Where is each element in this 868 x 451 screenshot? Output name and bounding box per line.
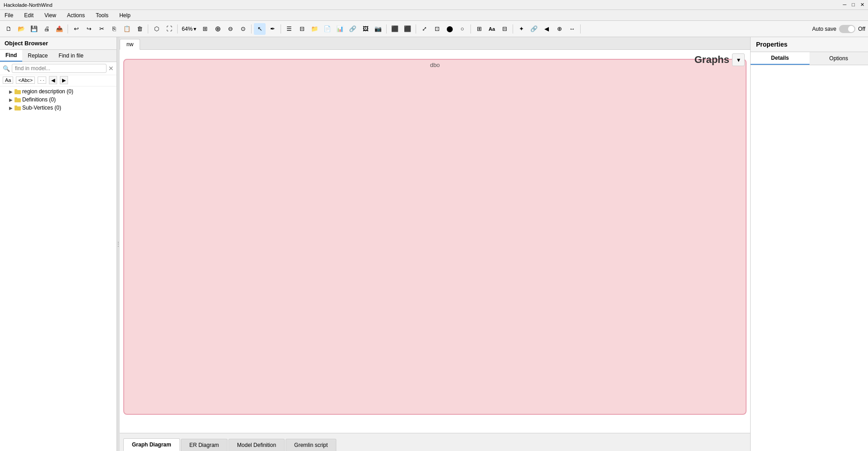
search-opt-aa[interactable]: Aa bbox=[3, 77, 13, 84]
folder-btn[interactable]: 📁 bbox=[309, 23, 320, 35]
graph-btn[interactable]: 📊 bbox=[334, 23, 346, 35]
tree-item-label: region description (0) bbox=[22, 88, 73, 95]
grid-btn[interactable]: ⊟ bbox=[499, 23, 510, 35]
copy-btn[interactable]: ⎘ bbox=[108, 23, 120, 35]
align-r-btn[interactable]: ⬛ bbox=[402, 23, 413, 35]
title-text: Hackolade-NorthWind bbox=[4, 2, 53, 8]
undo-btn[interactable]: ↩ bbox=[70, 23, 82, 35]
arrow-l-btn[interactable]: ◀ bbox=[541, 23, 553, 35]
center-panel: nw Graphs ▾ dbo Graph Diagram ER Diagra bbox=[120, 37, 750, 451]
menu-file[interactable]: File bbox=[2, 11, 16, 19]
new-btn[interactable]: 🗋 bbox=[3, 23, 15, 35]
close-btn[interactable]: ✕ bbox=[860, 2, 864, 8]
font-btn[interactable]: Aa bbox=[486, 23, 498, 35]
search-opt-abc[interactable]: <Abc> bbox=[16, 77, 35, 84]
arrow-r-btn[interactable]: ⊕ bbox=[553, 23, 565, 35]
bottom-tab-gremlin-script[interactable]: Gremlin script bbox=[286, 439, 336, 451]
doc-tab-nw[interactable]: nw bbox=[120, 39, 140, 50]
menu-help[interactable]: Help bbox=[116, 11, 133, 19]
tree-item[interactable]: ▶region description (0) bbox=[0, 87, 116, 96]
right-tab-options[interactable]: Options bbox=[810, 52, 868, 65]
zoom-level[interactable]: 64% ▾ bbox=[180, 26, 198, 32]
graphs-header: Graphs ▾ bbox=[694, 53, 745, 66]
search-prev-btn[interactable]: ◀ bbox=[49, 76, 57, 84]
search-icon: 🔍 bbox=[3, 65, 10, 72]
tree-expander[interactable]: ▶ bbox=[8, 105, 14, 110]
tree-item[interactable]: ▶Sub-Vertices (0) bbox=[0, 104, 116, 112]
svg-rect-0 bbox=[15, 90, 21, 94]
bottom-tab-er-diagram[interactable]: ER Diagram bbox=[181, 439, 228, 451]
dbo-label: dbo bbox=[430, 62, 440, 68]
panel-btn[interactable]: ⊡ bbox=[431, 23, 443, 35]
separator-4 bbox=[251, 24, 252, 34]
cut-btn[interactable]: ✂ bbox=[96, 23, 107, 35]
autosave-area: Auto save Off bbox=[812, 25, 865, 33]
link-btn[interactable]: 🔗 bbox=[528, 23, 540, 35]
tabs-bar: Find Replace Find in file bbox=[0, 50, 116, 62]
maximize-btn[interactable]: □ bbox=[852, 2, 855, 8]
zoom-fit-btn[interactable]: ⊞ bbox=[199, 23, 211, 35]
save-btn[interactable]: 💾 bbox=[28, 23, 40, 35]
bottom-tab-model-definition[interactable]: Model Definition bbox=[228, 439, 285, 451]
pen-btn[interactable]: ✒ bbox=[267, 23, 278, 35]
print-btn[interactable]: 🖨 bbox=[41, 23, 53, 35]
zoom-in-btn[interactable]: ⊕ bbox=[212, 23, 223, 35]
chain-btn[interactable]: 🔗 bbox=[347, 23, 359, 35]
properties-list bbox=[751, 65, 868, 451]
toolbar: 🗋 📂 💾 🖨 📤 ↩ ↪ ✂ ⎘ 📋 🗑 ⬡ ⛶ 64% ▾ ⊞ ⊕ ⊖ ⊙ … bbox=[0, 21, 868, 37]
graphs-dropdown-btn[interactable]: ▾ bbox=[732, 53, 745, 66]
paste-btn[interactable]: 📋 bbox=[121, 23, 133, 35]
tab-replace[interactable]: Replace bbox=[22, 50, 53, 62]
share-btn[interactable]: ⊞ bbox=[473, 23, 485, 35]
open-btn[interactable]: 📂 bbox=[15, 23, 27, 35]
forward-btn[interactable]: ⬡ bbox=[150, 23, 162, 35]
tree-item-icon bbox=[14, 88, 21, 95]
autosave-label: Auto save bbox=[812, 26, 836, 32]
tree-expander[interactable]: ▶ bbox=[8, 89, 14, 94]
image-btn[interactable]: 🖼 bbox=[359, 23, 371, 35]
search-clear-btn[interactable]: ✕ bbox=[108, 65, 114, 72]
search-next-btn[interactable]: ▶ bbox=[60, 76, 68, 84]
object-browser-header: Object Browser bbox=[0, 37, 116, 50]
star-btn[interactable]: ✦ bbox=[515, 23, 527, 35]
circle-btn[interactable]: ⬤ bbox=[444, 23, 456, 35]
menu-tools[interactable]: Tools bbox=[93, 11, 111, 19]
tree-item[interactable]: ▶Definitions (0) bbox=[0, 96, 116, 104]
separator-1 bbox=[68, 24, 68, 34]
tab-find[interactable]: Find bbox=[0, 50, 22, 62]
delete-btn[interactable]: 🗑 bbox=[134, 23, 145, 35]
right-tab-details[interactable]: Details bbox=[751, 52, 810, 65]
search-input[interactable] bbox=[12, 64, 107, 73]
camera-btn[interactable]: 📷 bbox=[372, 23, 384, 35]
zoom-out-btn[interactable]: ⊖ bbox=[224, 23, 236, 35]
canvas-area[interactable]: Graphs ▾ dbo bbox=[120, 50, 750, 433]
layout-h-btn[interactable]: ☰ bbox=[283, 23, 295, 35]
autosave-toggle[interactable] bbox=[839, 25, 855, 33]
doc-btn[interactable]: 📄 bbox=[321, 23, 333, 35]
separator-10 bbox=[580, 24, 581, 34]
align-l-btn[interactable]: ⬛ bbox=[389, 23, 401, 35]
export-btn[interactable]: 📤 bbox=[53, 23, 65, 35]
expand-btn[interactable]: ⤢ bbox=[418, 23, 430, 35]
separator-2 bbox=[148, 24, 148, 34]
zoom-reset-btn[interactable]: ⊙ bbox=[237, 23, 249, 35]
redo-btn[interactable]: ↪ bbox=[83, 23, 95, 35]
cursor-btn[interactable]: ↖ bbox=[254, 23, 266, 35]
search-bar: 🔍 ✕ bbox=[0, 62, 116, 75]
circle2-btn[interactable]: ○ bbox=[456, 23, 468, 35]
menu-edit[interactable]: Edit bbox=[21, 11, 36, 19]
graph-canvas: dbo bbox=[120, 50, 750, 415]
svg-rect-1 bbox=[15, 89, 17, 91]
menu-actions[interactable]: Actions bbox=[64, 11, 87, 19]
nav-btn[interactable]: ↔ bbox=[566, 23, 578, 35]
bottom-tab-graph-diagram[interactable]: Graph Diagram bbox=[123, 438, 180, 451]
separator-9 bbox=[513, 24, 513, 34]
menu-view[interactable]: View bbox=[42, 11, 59, 19]
minimize-btn[interactable]: ─ bbox=[843, 2, 847, 8]
search-opt-dot[interactable]: · · bbox=[38, 77, 46, 84]
full-btn[interactable]: ⛶ bbox=[163, 23, 175, 35]
layout-v-btn[interactable]: ⊟ bbox=[296, 23, 308, 35]
tab-find-in-file[interactable]: Find in file bbox=[53, 50, 89, 62]
zoom-dropdown-icon[interactable]: ▾ bbox=[194, 26, 196, 32]
tree-expander[interactable]: ▶ bbox=[8, 97, 14, 102]
